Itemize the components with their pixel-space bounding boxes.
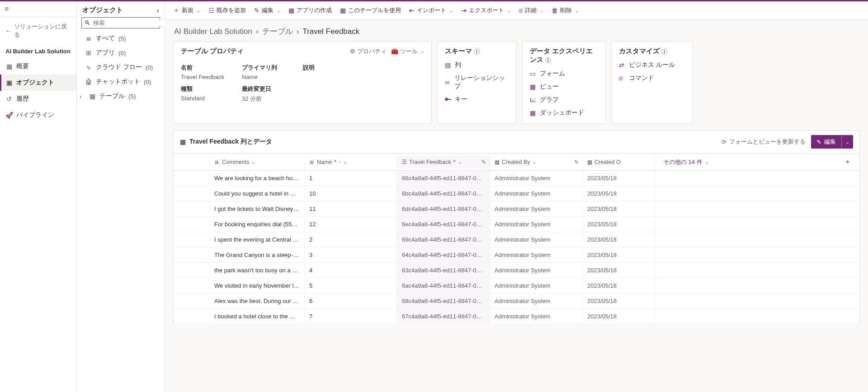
cell-created-on[interactable]: 2023/05/18 xyxy=(583,294,655,308)
cell-name[interactable]: 5 xyxy=(305,278,397,293)
tree-bots[interactable]: 🤖︎ チャットボット (0) xyxy=(77,75,165,89)
cmd-delete[interactable]: 🗑削除⌄ xyxy=(548,4,582,17)
cell-comments[interactable]: the park wasn't too busy on a We... xyxy=(210,263,305,278)
cell-created-by[interactable]: Administrator System xyxy=(490,278,583,293)
row-gutter[interactable] xyxy=(174,174,210,182)
info-icon[interactable]: i xyxy=(661,49,667,55)
cell-feedback-id[interactable]: 69c4a9a6-44f5-ed11-8847-00224... xyxy=(397,232,490,247)
dataexp-chart[interactable]: 📈︎グラフ xyxy=(530,96,598,104)
cell-feedback-id[interactable]: 64c4a9a6-44f5-ed11-8847-00224... xyxy=(397,247,490,262)
cell-comments[interactable]: The Grand Canyon is a steep-side... xyxy=(210,247,305,262)
table-row[interactable]: We are looking for a beach holida...166c… xyxy=(174,171,859,186)
nav-overview[interactable]: ▦ 概要 xyxy=(0,58,76,75)
dataexp-dashboard[interactable]: ▦ダッシュボード xyxy=(530,109,598,117)
column-edit-icon[interactable]: ✎ xyxy=(481,159,486,165)
cell-comments[interactable]: We visited in early November last ... xyxy=(210,278,305,293)
cmd-detail[interactable]: ⎚詳細⌄ xyxy=(515,4,547,17)
cell-name[interactable]: 7 xyxy=(305,309,397,324)
cell-name[interactable]: 3 xyxy=(305,247,397,262)
more-columns-dropdown[interactable]: その他の 14 件⌄ xyxy=(660,158,712,166)
cell-comments[interactable]: For booking enquiries dial (555)5... xyxy=(210,217,305,232)
cmd-use-table[interactable]: ▦このテーブルを使用 xyxy=(336,4,405,17)
cell-created-on[interactable]: 2023/05/18 xyxy=(583,263,655,278)
row-gutter[interactable] xyxy=(174,297,210,305)
cell-comments[interactable]: Alex was the best. During our driv... xyxy=(210,294,305,308)
custom-commands[interactable]: ⎚コマンド xyxy=(619,74,685,82)
cell-name[interactable]: 11 xyxy=(305,201,397,216)
table-row[interactable]: I got the tickets to Walt Disney th...11… xyxy=(174,201,859,217)
tree-tables[interactable]: › ▦ テーブル (5) xyxy=(77,89,165,103)
table-row[interactable]: I booked a hotel close to the metr...767… xyxy=(174,309,859,324)
cell-created-on[interactable]: 2023/05/18 xyxy=(583,186,655,201)
schema-columns[interactable]: ▤列 xyxy=(445,61,509,69)
cell-name[interactable]: 10 xyxy=(305,186,397,201)
cell-feedback-id[interactable]: 6ac4a9a6-44f5-ed11-8847-00224... xyxy=(397,278,490,293)
row-gutter[interactable] xyxy=(174,205,210,213)
chevron-right-icon[interactable]: › xyxy=(80,93,85,100)
row-gutter[interactable] xyxy=(174,220,210,229)
cell-comments[interactable]: I booked a hotel close to the metr... xyxy=(210,309,305,324)
col-name[interactable]: 🗉Name*↑⌄ xyxy=(305,155,397,169)
tree-apps[interactable]: ⊞ アプリ (0) xyxy=(77,46,165,60)
cmd-new[interactable]: ＋新規⌄ xyxy=(170,4,204,17)
cell-created-by[interactable]: Administrator System xyxy=(490,201,583,216)
cell-created-on[interactable]: 2023/05/18 xyxy=(583,232,655,247)
hamburger-icon[interactable]: ≡ xyxy=(5,5,9,13)
table-row[interactable]: The Grand Canyon is a steep-side...364c4… xyxy=(174,247,859,263)
cell-feedback-id[interactable]: 6dc4a9a6-44f5-ed11-8847-00224... xyxy=(397,201,490,216)
row-gutter[interactable] xyxy=(174,282,210,290)
cell-comments[interactable]: I got the tickets to Walt Disney th... xyxy=(210,201,305,216)
row-gutter[interactable] xyxy=(174,236,210,244)
row-gutter[interactable] xyxy=(174,190,210,198)
info-icon[interactable]: i xyxy=(545,57,551,63)
cell-name[interactable]: 1 xyxy=(305,171,397,186)
collapse-tree-icon[interactable]: ‹ xyxy=(157,6,159,14)
cell-created-by[interactable]: Administrator System xyxy=(490,186,583,201)
cell-feedback-id[interactable]: 68c4a9a6-44f5-ed11-8847-00224... xyxy=(397,294,490,308)
schema-keys[interactable]: 🔑︎キー xyxy=(445,95,509,103)
cmd-edit[interactable]: ✎編集⌄ xyxy=(250,4,284,17)
col-created-on[interactable]: ▦Created O xyxy=(583,155,655,169)
custom-business-rules[interactable]: ⇄ビジネス ルール xyxy=(619,61,685,69)
props-tool-link[interactable]: 🧰ツール⌄ xyxy=(391,47,424,56)
cell-name[interactable]: 6 xyxy=(305,294,397,308)
add-column-button[interactable]: ＋ xyxy=(840,157,855,167)
cell-feedback-id[interactable]: 66c4a9a6-44f5-ed11-8847-00224... xyxy=(397,171,490,186)
cell-name[interactable]: 2 xyxy=(305,232,397,247)
nav-objects[interactable]: ▣ オブジェクト xyxy=(0,75,76,91)
tree-flows[interactable]: ∿ クラウド フロー (0) xyxy=(77,60,165,75)
cell-feedback-id[interactable]: 67c4a9a6-44f5-ed11-8847-00224... xyxy=(397,309,490,324)
table-row[interactable]: For booking enquiries dial (555)5...126e… xyxy=(174,217,859,232)
props-properties-link[interactable]: ⚙プロパティ xyxy=(350,47,387,56)
nav-history[interactable]: ↺ 履歴 xyxy=(0,91,76,107)
cell-comments[interactable]: Could you suggest a hotel in San ... xyxy=(210,186,305,201)
cell-created-by[interactable]: Administrator System xyxy=(490,232,583,247)
breadcrumb-tables[interactable]: テーブル xyxy=(262,26,293,37)
col-created-by[interactable]: ▦Created By⌄✎ xyxy=(490,155,583,169)
edit-button[interactable]: ✎編集 xyxy=(811,135,841,149)
cell-created-by[interactable]: Administrator System xyxy=(490,217,583,232)
search-input[interactable] xyxy=(93,19,169,26)
cell-created-on[interactable]: 2023/05/18 xyxy=(583,278,655,293)
nav-pipeline[interactable]: 🚀 パイプライン xyxy=(0,107,76,123)
schema-relationships[interactable]: ∞リレーションシップ xyxy=(445,74,509,90)
cell-comments[interactable]: I spent the evening at Central Par... xyxy=(210,232,305,247)
cell-created-on[interactable]: 2023/05/18 xyxy=(583,217,655,232)
cmd-create-app[interactable]: ▦アプリの作成 xyxy=(285,4,335,17)
cell-created-by[interactable]: Administrator System xyxy=(490,263,583,278)
cell-created-by[interactable]: Administrator System xyxy=(490,247,583,262)
cmd-import[interactable]: ⇤インポート⌄ xyxy=(406,4,457,17)
column-edit-icon[interactable]: ✎ xyxy=(574,159,579,165)
info-icon[interactable]: i xyxy=(474,49,480,55)
cell-feedback-id[interactable]: 63c4a9a6-44f5-ed11-8847-00224... xyxy=(397,263,490,278)
back-to-solutions[interactable]: ← ソリューションに戻る xyxy=(0,17,76,44)
row-gutter[interactable] xyxy=(174,251,210,259)
table-row[interactable]: I spent the evening at Central Par...269… xyxy=(174,232,859,247)
table-row[interactable]: Alex was the best. During our driv...668… xyxy=(174,294,859,309)
table-row[interactable]: We visited in early November last ...56a… xyxy=(174,278,859,294)
col-feedback[interactable]: ☰Travel Feedback*⌄✎ xyxy=(397,155,490,169)
edit-button-dropdown[interactable]: ⌄ xyxy=(841,135,853,149)
cell-comments[interactable]: We are looking for a beach holida... xyxy=(210,171,305,186)
dataexp-view[interactable]: ▦ビュー xyxy=(530,83,598,91)
cell-created-by[interactable]: Administrator System xyxy=(490,309,583,324)
